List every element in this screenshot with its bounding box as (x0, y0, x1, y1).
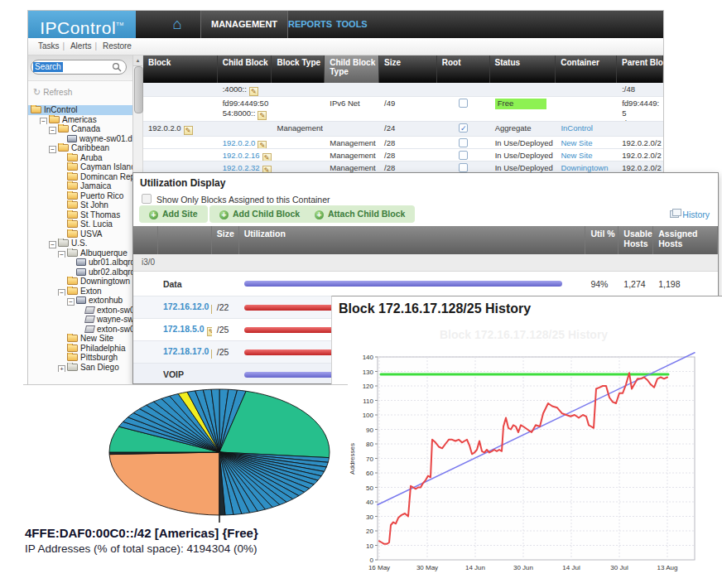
collapse-icon[interactable]: − (49, 146, 56, 153)
edit-icon[interactable]: ✎ (262, 153, 272, 161)
collapse-icon[interactable]: − (49, 127, 56, 134)
checkbox-unchecked[interactable] (459, 99, 468, 108)
column-header-container[interactable]: Container (556, 55, 617, 83)
tree-item-u-s[interactable]: −U.S. (28, 239, 132, 248)
tree-item-exton-sw0[interactable]: exton-sw0 (28, 325, 132, 335)
tree-item-americas[interactable]: −Americas (28, 115, 132, 125)
tree-item-downingtown[interactable]: Downingtown (28, 277, 132, 287)
history-link[interactable]: History (670, 210, 710, 219)
search-input[interactable]: Search (31, 60, 127, 75)
tree-item-caribbean[interactable]: −Caribbean (28, 143, 132, 153)
cell-container: InControl (556, 122, 617, 136)
utilization-table-header: SizeUtilizationUtil %Usable HostsAssigne… (133, 226, 718, 254)
util-column-header-size[interactable]: Size (212, 226, 239, 254)
add-child-block-button[interactable]: +Add Child Block (209, 205, 310, 223)
collapse-icon[interactable]: − (40, 118, 47, 125)
column-header-root[interactable]: Root (437, 55, 490, 83)
tree-item-st-lucia[interactable]: St. Lucia (28, 219, 132, 229)
tree-item-wayne-sw01-diamo[interactable]: wayne-sw01.diamo (28, 134, 132, 144)
tree-item-wayne-sw0[interactable]: wayne-sw0 (28, 315, 132, 325)
block-history-panel: Block 172.16.17.128/25 History Block 172… (331, 296, 722, 573)
tree-item-cayman-islands[interactable]: Cayman Islands (28, 162, 132, 172)
tree-item-exton-sw0[interactable]: exton-sw0 (28, 306, 132, 316)
util-column-header-util[interactable]: Util % (585, 226, 619, 254)
column-header-block-type[interactable]: Block Type (272, 55, 325, 83)
home-tab[interactable]: ⌂ (165, 11, 190, 38)
util-column-header-utilization[interactable]: Utilization (239, 226, 586, 254)
pie-caption-addresses: IP Addresses (% of total space): 4194304… (25, 542, 257, 555)
folder-open-icon (67, 287, 78, 295)
column-header-child-block[interactable]: Child Block (218, 55, 272, 83)
blue-utilization-bar (244, 281, 562, 287)
tree-item-puerto-rico[interactable]: Puerto Rico (28, 191, 132, 201)
cell-child-block-type: Management (325, 137, 379, 148)
container-link[interactable]: New Site (561, 151, 592, 160)
util-column-header-usable-hosts[interactable]: Usable Hosts (619, 226, 653, 254)
block-link[interactable]: 172.18.17.0 (163, 346, 209, 356)
restore-link[interactable]: Restore (103, 41, 132, 51)
tree-item-incontrol[interactable]: InControl (28, 105, 132, 115)
tree-item-domincan-republ[interactable]: Domincan Republ (28, 172, 132, 182)
search-icon (112, 62, 123, 73)
add-site-button[interactable]: +Add Site (139, 205, 208, 223)
collapse-icon[interactable]: − (67, 298, 75, 306)
tree-item-philadelphia[interactable]: Philadelphia (28, 344, 132, 354)
container-link[interactable]: New Site (561, 138, 592, 147)
tree-item-st-thomas[interactable]: St Thomas (28, 210, 132, 220)
add-child-block-label: Add Child Block (233, 209, 300, 219)
alerts-link[interactable]: Alerts (70, 41, 92, 51)
tab-tools[interactable]: TOOLS (326, 11, 378, 38)
child-block-value[interactable]: 192.0.2.0 (223, 138, 256, 147)
collapse-icon[interactable]: − (58, 251, 65, 258)
column-header-block[interactable]: Block (143, 55, 218, 83)
block-link[interactable]: 172.16.12.0 (163, 301, 209, 311)
scrollbar-up-arrow[interactable]: ▲ (133, 55, 142, 66)
tree-item-aruba[interactable]: Aruba (28, 153, 132, 163)
block-link[interactable]: 172.18.5.0 (163, 324, 205, 334)
tree-item-ubr01-albqrq0[interactable]: ubr01.albqrq0 (28, 258, 132, 267)
refresh-button[interactable]: ↻Refresh (33, 87, 72, 98)
checkbox-unchecked[interactable] (459, 138, 468, 147)
edit-icon[interactable]: ✎ (184, 126, 193, 135)
scrollbar-thumb[interactable] (134, 66, 143, 113)
container-link[interactable]: InControl (561, 123, 593, 133)
tree-item-ubr02-albqrq0[interactable]: ubr02.albqrq0 (28, 267, 132, 277)
tree-item-usva[interactable]: USVA (28, 229, 132, 239)
tasks-link[interactable]: Tasks (38, 41, 60, 51)
filter-checkbox[interactable] (142, 194, 152, 204)
column-header-child-block-type[interactable]: Child Block Type (325, 55, 379, 83)
checkbox-unchecked[interactable] (459, 151, 468, 160)
tree-item-st-john[interactable]: St John (28, 200, 132, 210)
util-cell-name: 172.16.12.0✎ (158, 301, 212, 314)
column-header-parent-block[interactable]: Parent Block (617, 55, 663, 83)
status-value: Aggregate (495, 123, 532, 133)
edit-icon[interactable]: ✎ (249, 87, 258, 96)
column-header-size[interactable]: Size (379, 55, 437, 83)
filter-checkbox-row[interactable]: Show Only Blocks Assigned to this Contai… (142, 194, 330, 205)
expand-icon[interactable]: + (58, 365, 65, 373)
edit-icon[interactable]: ✎ (258, 141, 267, 148)
child-block-value[interactable]: 192.0.2.32 (223, 163, 260, 172)
tab-management[interactable]: MANAGEMENT (200, 11, 288, 38)
tree-item-new-site[interactable]: New Site (28, 334, 132, 344)
child-block-value[interactable]: 192.0.2.16 (223, 151, 260, 160)
checkbox-checked[interactable]: ✓ (459, 123, 468, 133)
edit-icon[interactable]: ✎ (258, 111, 267, 120)
tree-item-exton[interactable]: −Exton (28, 287, 132, 296)
tree-item-jamaica[interactable]: Jamaica (28, 181, 132, 191)
tree-item-san-diego[interactable]: +San Diego (28, 363, 132, 373)
filter-checkbox-label: Show Only Blocks Assigned to this Contai… (156, 195, 330, 205)
column-header-status[interactable]: Status (490, 55, 556, 83)
plus-icon: + (149, 210, 158, 219)
checkbox-unchecked[interactable] (459, 163, 468, 172)
collapse-icon[interactable]: − (49, 241, 56, 248)
tree-item-pittsburgh[interactable]: Pittsburgh (28, 353, 132, 363)
container-link[interactable]: Downingtown (561, 163, 608, 172)
attach-child-block-button[interactable]: +Attach Child Block (305, 205, 415, 223)
collapse-icon[interactable]: − (58, 289, 65, 296)
tree-item-canada[interactable]: −Canada (28, 124, 132, 134)
util-column-header-assigned-hosts[interactable]: Assigned Hosts (653, 226, 718, 254)
top-bar: IPControlTM ⌂ MANAGEMENT REPORTS TOOLS (28, 11, 663, 38)
tree-item-albuquerque[interactable]: −Albuquerque (28, 248, 132, 258)
tree-item-extonhub[interactable]: −extonhub (28, 296, 132, 306)
